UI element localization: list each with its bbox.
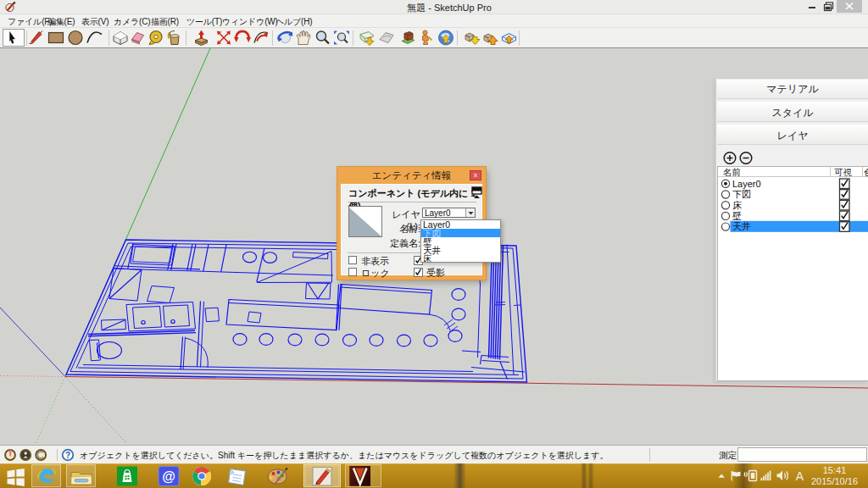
- svg-text:A: A: [796, 469, 804, 483]
- svg-text:15:41: 15:41: [823, 465, 847, 475]
- svg-text:2015/10/16: 2015/10/16: [811, 476, 858, 486]
- svg-text:@: @: [162, 469, 175, 484]
